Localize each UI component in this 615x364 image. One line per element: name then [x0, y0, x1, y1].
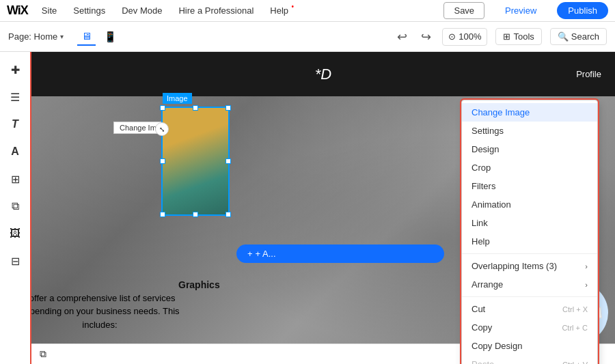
ctx-copy[interactable]: Copy Ctrl + C — [462, 318, 597, 337]
search-button[interactable]: 🔍 Search — [550, 28, 607, 45]
add-button-icon: + — [247, 249, 253, 259]
sidebar-text-icon[interactable]: T — [3, 112, 27, 137]
ctx-paste: Paste Ctrl + V — [462, 355, 597, 364]
canvas-text-line1: I offer a comprehensive list of services — [31, 292, 272, 305]
add-button-label: + A... — [256, 249, 276, 259]
ctx-help[interactable]: Help — [462, 232, 597, 251]
menu-site[interactable]: Site — [39, 4, 59, 17]
ctx-arrange-label: Arrange — [472, 279, 503, 290]
ctx-divider-1 — [462, 253, 597, 254]
image-content — [163, 108, 228, 214]
search-icon: 🔍 — [558, 31, 569, 42]
ctx-cut-label: Cut — [472, 304, 485, 314]
canvas-profile: Profile — [576, 69, 601, 79]
ctx-filters-label: Filters — [472, 181, 495, 191]
media-icon: 🖼 — [10, 227, 20, 240]
zoom-value: 100% — [459, 31, 481, 42]
toolbar: Page: Home ▾ 🖥 📱 ↩ ↪ ⊙ 100% ⊞ Tools 🔍 Se… — [0, 22, 615, 52]
sidebar-widgets-icon[interactable]: ⧉ — [3, 194, 27, 219]
apps-icon: ⊞ — [11, 173, 20, 186]
ctx-link-label: Link — [472, 218, 488, 228]
ctx-copy-label: Copy — [472, 322, 492, 333]
sidebar-data-icon[interactable]: ⊟ — [3, 249, 27, 273]
ctx-crop[interactable]: Crop — [462, 158, 597, 177]
ctx-filters[interactable]: Filters — [462, 177, 597, 195]
selected-image-element[interactable]: Image — [161, 107, 230, 216]
canvas-text-line2: depending on your business needs. This — [31, 305, 272, 318]
tools-button[interactable]: ⊞ Tools — [495, 28, 541, 45]
ctx-divider-2 — [462, 296, 597, 297]
page-selector[interactable]: Page: Home ▾ — [8, 31, 64, 42]
ctx-copy-design[interactable]: Copy Design — [462, 337, 597, 355]
ctx-change-image-label: Change Image — [472, 107, 530, 117]
ctx-help-label: Help — [472, 236, 490, 247]
resize-handle-mr[interactable] — [226, 158, 231, 164]
mobile-device-button[interactable]: 📱 — [100, 27, 121, 46]
zoom-icon: ⊙ — [448, 31, 456, 42]
sidebar-strips-icon[interactable]: ☰ — [3, 85, 27, 109]
undo-button[interactable]: ↩ — [394, 29, 410, 44]
ctx-overlapping[interactable]: Overlapping Items (3) › — [462, 257, 597, 275]
device-switcher: 🖥 📱 — [77, 27, 121, 46]
ctx-overlapping-arrow: › — [585, 262, 588, 270]
layers-icon[interactable]: ⧉ — [40, 348, 46, 360]
sidebar-font-icon[interactable]: A — [3, 139, 27, 164]
resize-handle-tm[interactable] — [193, 105, 198, 111]
zoom-control[interactable]: ⊙ 100% — [442, 28, 487, 46]
canvas-bottom-text: I offer a comprehensive list of services… — [31, 292, 272, 332]
ctx-copy-shortcut: Ctrl + C — [562, 324, 588, 332]
tools-icon: ⊞ — [503, 31, 510, 42]
ctx-animation[interactable]: Animation — [462, 195, 597, 214]
data-icon: ⊟ — [11, 255, 20, 268]
ctx-cut[interactable]: Cut Ctrl + X — [462, 300, 597, 318]
resize-handle-br[interactable] — [226, 212, 231, 217]
resize-handle-ml[interactable] — [160, 158, 165, 164]
add-element-button[interactable]: + + A... — [236, 244, 444, 263]
search-label: Search — [571, 31, 599, 42]
menu-hire[interactable]: Hire a Professional — [176, 4, 256, 17]
top-menu-bar: WiX Site Settings Dev Mode Hire a Profes… — [0, 0, 615, 22]
chevron-down-icon: ▾ — [60, 33, 64, 40]
save-button[interactable]: Save — [443, 2, 484, 19]
wix-logo: WiX — [7, 3, 28, 18]
crop-icon[interactable]: ⤡ — [155, 122, 169, 136]
resize-handle-bl[interactable] — [160, 212, 165, 217]
menu-help[interactable]: Help — [267, 4, 291, 17]
ctx-arrange-arrow: › — [585, 281, 588, 289]
ctx-settings[interactable]: Settings — [462, 122, 597, 140]
left-sidebar: ✚ ☰ T A ⊞ ⧉ 🖼 ⊟ — [0, 52, 31, 364]
canvas-area[interactable]: *D Profile Change Im... Image — [31, 52, 615, 364]
context-menu: Change Image Settings Design Crop Filter… — [461, 100, 598, 364]
ctx-link[interactable]: Link — [462, 214, 597, 232]
ctx-crop-label: Crop — [472, 163, 491, 173]
text-icon: T — [12, 118, 18, 130]
menu-settings[interactable]: Settings — [70, 4, 108, 17]
ctx-design[interactable]: Design — [462, 140, 597, 158]
sidebar-add-icon[interactable]: ✚ — [3, 57, 27, 82]
preview-button[interactable]: Preview — [495, 3, 546, 18]
main-area: ✚ ☰ T A ⊞ ⧉ 🖼 ⊟ *D Profile — [0, 52, 615, 364]
ctx-arrange[interactable]: Arrange › — [462, 275, 597, 294]
canvas-logo: *D — [315, 66, 331, 83]
resize-handle-tl[interactable] — [160, 105, 165, 111]
ctx-cut-shortcut: Ctrl + X — [562, 305, 588, 313]
sidebar-media-icon[interactable]: 🖼 — [3, 221, 27, 246]
ctx-overlapping-label: Overlapping Items (3) — [472, 261, 557, 271]
ctx-change-image[interactable]: Change Image — [462, 103, 597, 122]
resize-handle-bm[interactable] — [193, 212, 198, 217]
ctx-settings-label: Settings — [472, 126, 504, 136]
sidebar-apps-icon[interactable]: ⊞ — [3, 167, 27, 191]
strips-icon: ☰ — [10, 91, 20, 104]
tools-label: Tools — [513, 31, 534, 42]
font-icon: A — [11, 145, 19, 158]
redo-button[interactable]: ↪ — [418, 29, 434, 44]
image-label: Image — [163, 93, 192, 104]
menu-devmode[interactable]: Dev Mode — [119, 4, 165, 17]
desktop-device-button[interactable]: 🖥 — [77, 27, 96, 46]
ctx-paste-label: Paste — [472, 359, 494, 364]
widgets-icon: ⧉ — [12, 200, 19, 212]
publish-button[interactable]: Publish — [557, 2, 608, 19]
page-label: Page: Home — [8, 31, 57, 42]
resize-handle-tr[interactable] — [226, 105, 231, 111]
canvas-text-line3: includes: — [31, 318, 272, 332]
